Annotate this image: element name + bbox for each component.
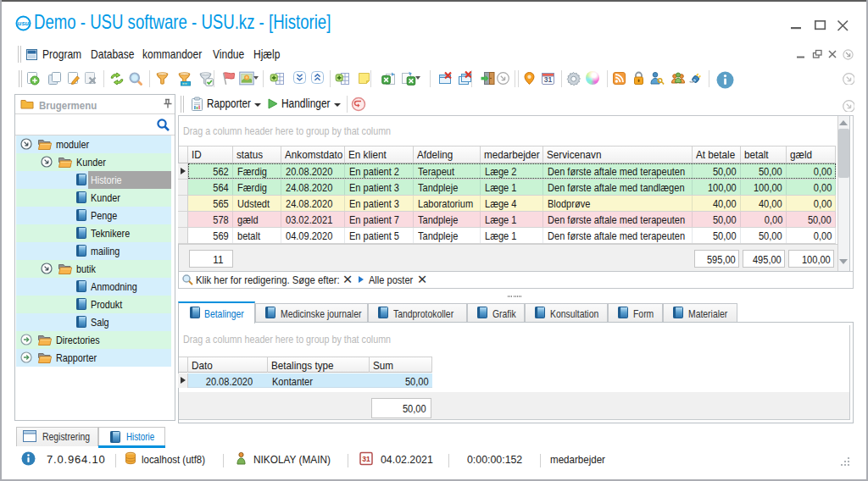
svg-text:usu: usu bbox=[18, 19, 30, 27]
svg-text:31: 31 bbox=[362, 455, 370, 463]
svg-text:31: 31 bbox=[544, 75, 553, 84]
